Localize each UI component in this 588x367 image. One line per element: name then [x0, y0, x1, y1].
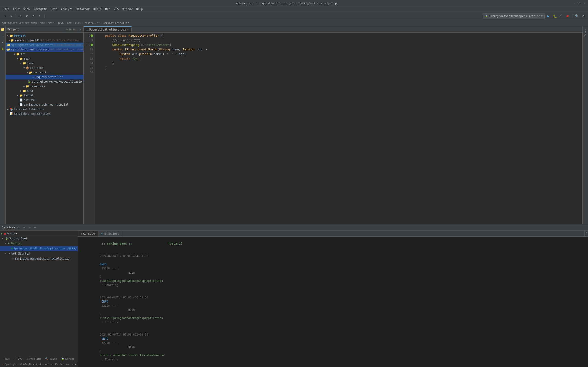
tree-item-main[interactable]: ▼ 📁 main [6, 57, 83, 61]
breadcrumb-item[interactable]: java [58, 22, 64, 25]
scroll-down-btn[interactable]: ▼ [585, 234, 588, 236]
maven-label[interactable]: Maven [583, 27, 587, 38]
bottom-tab-problems[interactable]: ⚠ Problems [25, 357, 43, 361]
menu-analyze[interactable]: Analyze [59, 7, 74, 11]
menu-file[interactable]: File [1, 7, 11, 11]
commit-icon[interactable]: ✓ [0, 33, 5, 38]
tree-item-package[interactable]: ▼ 📦 com.xixi [6, 66, 83, 70]
menu-edit[interactable]: Edit [11, 7, 22, 11]
run-config-name: SpringbootWebReqRespApplication [489, 15, 540, 18]
services-settings-btn[interactable]: ⚙ [22, 225, 26, 230]
tree-item-target[interactable]: ▶ 📁 target [6, 93, 83, 98]
bottom-tab-build[interactable]: 🔨 Build [43, 357, 59, 361]
tree-item-src[interactable]: ▼ 📁 src [6, 52, 83, 57]
project-icon[interactable]: 📁 [0, 27, 5, 32]
menu-vcs[interactable]: VCS [112, 7, 121, 11]
breadcrumb-item[interactable]: RequestController [103, 22, 129, 25]
breadcrumb-item[interactable]: src [40, 22, 45, 25]
project-more-icon[interactable]: … [77, 28, 78, 31]
run-with-coverage[interactable]: ⏱ [558, 13, 564, 19]
service-not-started-group[interactable]: ▼ ⏹ Not Started [0, 251, 78, 256]
project-expand-icon[interactable]: ⊞ [69, 28, 71, 31]
settings-button[interactable]: ⊕ [18, 13, 23, 19]
breadcrumb-item[interactable]: springboot-web-req-resp [2, 22, 37, 25]
bottom-tab-spring[interactable]: 🍃 Spring [59, 357, 76, 361]
services-stop-btn[interactable]: ⏹ [3, 232, 6, 235]
close-button[interactable]: ✕ [582, 1, 586, 5]
services-settings-gear[interactable]: ⚙ [27, 225, 32, 230]
settings-gear[interactable]: ⚙ [581, 13, 586, 19]
services-sync-btn[interactable]: ⟳ [17, 225, 21, 230]
collapse-button[interactable]: ⊟ [31, 13, 36, 19]
menu-build[interactable]: Build [91, 7, 104, 11]
service-quickstart-app[interactable]: ⚫ SpringbootWebQuickstartApplication [0, 256, 78, 261]
project-close-icon[interactable]: ✕ [80, 28, 82, 31]
bottom-area: Services ⟳ ⚙ ⚙ — ▶ ⏹ ⟳ ⊞ ⊟ + [0, 224, 588, 356]
service-req-resp-app[interactable]: ● SpringbootWebReqRespApplication :8080/ [0, 246, 78, 251]
debug-button[interactable]: 🐛 [552, 13, 557, 19]
tab-console[interactable]: ▶ Console [78, 231, 98, 236]
sync-button[interactable]: ⟳ [24, 13, 30, 19]
search-everywhere[interactable]: 🔍 [574, 13, 580, 19]
tree-item-ext-libs[interactable]: ▶ 📚 External Libraries [6, 107, 83, 112]
menu-code[interactable]: Code [49, 7, 59, 11]
tree-item-test[interactable]: ▶ 📁 test [6, 89, 83, 93]
tree-item-project[interactable]: ▶ 📁 Project [6, 33, 83, 38]
services-play-btn[interactable]: ▶ [1, 232, 2, 235]
services-add-btn[interactable]: + [16, 232, 17, 235]
breadcrumb-item[interactable]: xixi [75, 22, 81, 25]
console-content[interactable]: :: Spring Boot :: (v3.2.2) 2024-02-04T14… [78, 237, 588, 367]
services-restart-btn[interactable]: ⟳ [7, 232, 9, 235]
tree-item-resources[interactable]: ▶ 📁 resources [6, 84, 83, 89]
tree-item-quickstart[interactable]: ▶ 📁 springboot-web-quickstart D:\code\Id… [6, 43, 83, 47]
run-icon: ▶ [3, 357, 4, 360]
menu-view[interactable]: View [22, 7, 32, 11]
bottom-tab-run[interactable]: ▶ Run [1, 357, 12, 361]
tree-item-req-resp[interactable]: ▼ 📁 springboot-web-req-resp D:\code\Idea… [6, 47, 83, 52]
breadcrumb-item[interactable]: com [67, 22, 72, 25]
tree-item-pom[interactable]: 📄 pom.xml [6, 98, 83, 102]
maximize-button[interactable]: □ [577, 1, 581, 5]
minimize-button[interactable]: — [572, 1, 576, 5]
project-settings-icon[interactable]: ⚙ [66, 28, 68, 31]
services-minimize-btn[interactable]: — [33, 225, 37, 230]
forward-button[interactable]: → [8, 13, 14, 19]
tree-item-java[interactable]: ▼ 📁 java [6, 61, 83, 66]
tree-item-iml[interactable]: 📄 springboot-web-req-resp.iml [6, 102, 83, 107]
service-spring-boot[interactable]: ▼ 🍃 Spring Boot [0, 236, 78, 241]
back-button[interactable]: ← [2, 13, 7, 19]
code-content[interactable]: public class RequestController { //sprin… [95, 33, 582, 224]
bottom-tab-todo[interactable]: ✓ TODO [12, 357, 24, 361]
menu-run[interactable]: Run [104, 7, 112, 11]
debug-sidebar-icon[interactable]: 🐛 [0, 46, 5, 51]
code-editor[interactable]: 8 🟢 9 10 🟢 11 12 13 14 15 16 public clas… [84, 33, 582, 224]
services-filter-btn[interactable]: ⊞ [10, 232, 12, 235]
tree-item-scratches[interactable]: 📝 Scratches and Consoles [6, 112, 83, 116]
tab-request-controller[interactable]: ☕ RequestController.java ✕ [84, 26, 132, 32]
menu-navigate[interactable]: Navigate [32, 7, 49, 11]
expand-button[interactable]: ⊞ [37, 13, 43, 19]
run-config-selector[interactable]: 🍃 SpringbootWebReqRespApplication ▼ [483, 13, 545, 19]
tab-close-icon[interactable]: ✕ [127, 28, 129, 31]
stop-button[interactable]: ⏹ [565, 13, 570, 19]
tab-endpoints[interactable]: 🔗 Endpoints [98, 231, 122, 236]
breadcrumb-item[interactable]: controller [84, 22, 99, 25]
menu-window[interactable]: Window [121, 7, 134, 11]
run-button[interactable]: ▶ [545, 13, 551, 19]
scroll-up-btn[interactable]: ▲ [585, 231, 588, 234]
line-num-13: 13 [84, 57, 95, 61]
toolbar-separator-1 [16, 14, 16, 18]
code-line-11: public String simpleParam(String name, I… [98, 47, 582, 52]
tree-item-request-controller[interactable]: ☕ RequestController [6, 75, 83, 79]
services-filter2-btn[interactable]: ⊟ [13, 232, 15, 235]
tree-item-application[interactable]: 🍃 SpringbootWebReqRespApplication [6, 79, 83, 84]
menu-refactor[interactable]: Refactor [74, 7, 91, 11]
service-running-group[interactable]: ▼ ▶ Running [0, 241, 78, 246]
project-collapse-icon[interactable]: ⊟ [73, 28, 74, 31]
run-sidebar-icon[interactable]: ▶ [0, 40, 5, 44]
menu-help[interactable]: Help [134, 7, 145, 11]
breadcrumb-item[interactable]: main [48, 22, 54, 25]
tree-item-maven[interactable]: ▶ 📁 maven-project01 D:\code\IdeaProjects… [6, 38, 83, 43]
tree-item-controller[interactable]: ▼ 📁 controller [6, 70, 83, 75]
bottom-tab-todo-label: TODO [16, 357, 23, 360]
